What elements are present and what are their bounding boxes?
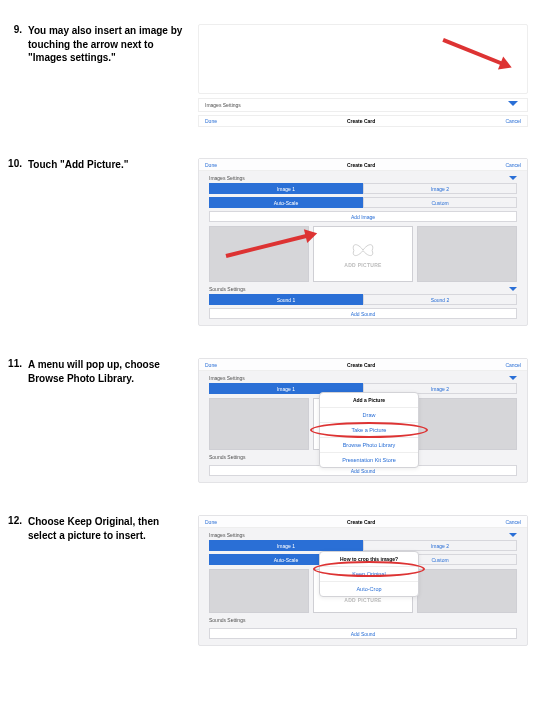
chevron-down-icon[interactable] xyxy=(509,176,517,180)
step-9: 9. You may also insert an image by touch… xyxy=(0,24,540,134)
step-text: Touch "Add Picture." xyxy=(28,158,198,172)
thumbnail-left xyxy=(209,226,309,282)
sounds-settings-label: Sounds Settings xyxy=(209,286,245,292)
scale-auto[interactable]: Auto-Scale xyxy=(209,197,363,208)
step-text: Choose Keep Original, then select a pict… xyxy=(28,515,198,542)
chevron-down-icon[interactable] xyxy=(509,287,517,291)
step-text: You may also insert an image by touching… xyxy=(28,24,198,65)
images-settings-label: Images Settings xyxy=(205,102,241,108)
image-tab-2[interactable]: Image 2 xyxy=(363,540,517,551)
step-number: 9. xyxy=(0,24,28,35)
step-12: 12. Choose Keep Original, then select a … xyxy=(0,515,540,646)
image-tab-2[interactable]: Image 2 xyxy=(363,183,517,194)
chevron-down-icon[interactable] xyxy=(509,376,517,380)
add-sound-button[interactable]: Add Sound xyxy=(209,628,517,639)
image-tab-1[interactable]: Image 1 xyxy=(209,183,363,194)
step-text: A menu will pop up, choose Browse Photo … xyxy=(28,358,198,385)
done-link[interactable]: Done xyxy=(205,118,217,124)
screen-title: Create Card xyxy=(347,519,375,525)
step-10: 10. Touch "Add Picture." Done Create Car… xyxy=(0,158,540,326)
screen-title: Create Card xyxy=(347,362,375,368)
annotation-circle-icon xyxy=(313,561,425,577)
images-settings-label: Images Settings xyxy=(209,375,245,381)
step-11: 11. A menu will pop up, choose Browse Ph… xyxy=(0,358,540,483)
menu-browse-library[interactable]: Browse Photo Library xyxy=(320,438,418,453)
butterfly-icon xyxy=(350,240,376,260)
screen-title: Create Card xyxy=(347,118,375,124)
screenshot-11: Done Create Card Cancel Images Settings … xyxy=(198,358,540,483)
add-picture-tile[interactable]: ADD PICTURE xyxy=(313,226,413,282)
chevron-down-icon[interactable] xyxy=(509,533,517,537)
thumbnail-left xyxy=(209,398,309,450)
sound-tab-1[interactable]: Sound 1 xyxy=(209,294,363,305)
menu-draw[interactable]: Draw xyxy=(320,408,418,423)
screen-title: Create Card xyxy=(347,162,375,168)
menu-auto-crop[interactable]: Auto-Crop xyxy=(320,582,418,596)
image-tab-1[interactable]: Image 1 xyxy=(209,540,363,551)
thumbnail-right xyxy=(417,398,517,450)
sound-tab-2[interactable]: Sound 2 xyxy=(363,294,517,305)
thumbnail-left xyxy=(209,569,309,613)
images-settings-label: Images Settings xyxy=(209,175,245,181)
thumbnail-right xyxy=(417,569,517,613)
step-number: 11. xyxy=(0,358,28,369)
cancel-link[interactable]: Cancel xyxy=(505,362,521,368)
cancel-link[interactable]: Cancel xyxy=(505,519,521,525)
step-number: 10. xyxy=(0,158,28,169)
cancel-link[interactable]: Cancel xyxy=(505,162,521,168)
sounds-settings-label: Sounds Settings xyxy=(209,617,245,623)
screenshot-9: Images Settings Done Create Card Cancel xyxy=(198,24,540,134)
add-picture-label: ADD PICTURE xyxy=(344,597,381,603)
menu-title: Add a Picture xyxy=(320,393,418,408)
done-link[interactable]: Done xyxy=(205,519,217,525)
done-link[interactable]: Done xyxy=(205,162,217,168)
menu-kit-store[interactable]: Presentation Kit Store xyxy=(320,453,418,467)
sounds-settings-label: Sounds Settings xyxy=(209,454,245,460)
cancel-link[interactable]: Cancel xyxy=(505,118,521,124)
annotation-circle-icon xyxy=(310,422,428,438)
images-settings-label: Images Settings xyxy=(209,532,245,538)
add-sound-button[interactable]: Add Sound xyxy=(209,308,517,319)
add-image-button[interactable]: Add Image xyxy=(209,211,517,222)
screenshot-12: Done Create Card Cancel Images Settings … xyxy=(198,515,540,646)
scale-custom[interactable]: Custom xyxy=(363,197,517,208)
screenshot-10: Done Create Card Cancel Images Settings … xyxy=(198,158,540,326)
thumbnail-right xyxy=(417,226,517,282)
chevron-down-icon[interactable] xyxy=(508,101,518,106)
add-picture-label: ADD PICTURE xyxy=(344,262,381,268)
done-link[interactable]: Done xyxy=(205,362,217,368)
step-number: 12. xyxy=(0,515,28,526)
